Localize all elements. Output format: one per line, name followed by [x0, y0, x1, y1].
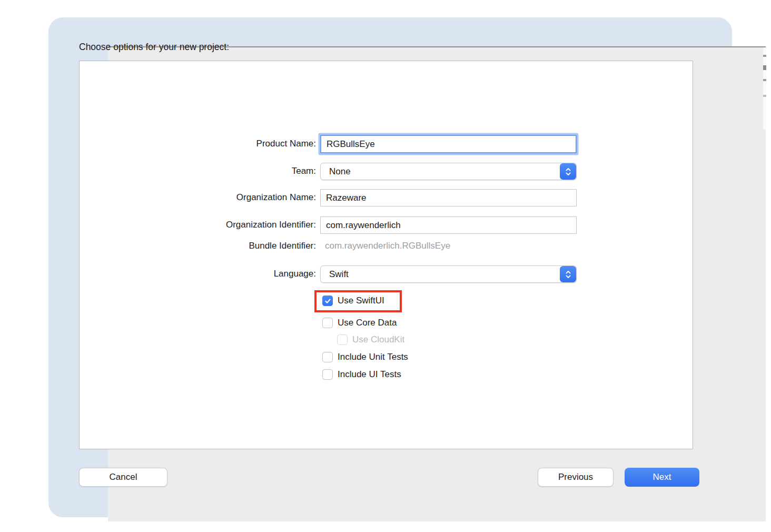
previous-button[interactable]: Previous [538, 468, 614, 487]
organization-identifier-field[interactable] [320, 216, 577, 234]
page: Choose options for your new project: Pro… [0, 0, 771, 532]
bundle-identifier-value: com.raywenderlich.RGBullsEye [325, 240, 450, 252]
sheet-title: Choose options for your new project: [79, 42, 229, 53]
language-popup[interactable]: Swift [320, 265, 577, 283]
chevron-up-down-icon[interactable] [560, 163, 576, 180]
include-unit-tests-row[interactable]: Include Unit Tests [322, 351, 408, 363]
include-ui-tests-checkbox[interactable] [322, 369, 333, 380]
include-ui-tests-row[interactable]: Include UI Tests [322, 369, 401, 380]
use-core-data-label: Use Core Data [338, 318, 397, 328]
include-ui-tests-label: Include UI Tests [338, 369, 401, 380]
team-label: Team: [147, 165, 316, 177]
chevron-up-down-icon[interactable] [560, 266, 576, 282]
team-popup-value: None [329, 166, 351, 177]
scrollbar-thumb [763, 65, 766, 70]
language-label: Language: [147, 268, 316, 280]
scrollbar-ticks [763, 47, 766, 129]
options-panel [79, 61, 693, 449]
scrollbar-tick [763, 79, 766, 81]
language-popup-value: Swift [329, 269, 349, 280]
product-name-field[interactable] [320, 135, 577, 153]
organization-identifier-label: Organization Identifier: [147, 219, 316, 231]
use-core-data-checkbox[interactable] [322, 318, 333, 328]
use-swiftui-checkbox[interactable] [322, 295, 333, 306]
use-cloudkit-row: Use CloudKit [337, 334, 404, 346]
include-unit-tests-label: Include Unit Tests [338, 352, 408, 362]
cancel-button[interactable]: Cancel [79, 468, 167, 487]
use-core-data-row[interactable]: Use Core Data [322, 317, 397, 329]
include-unit-tests-checkbox[interactable] [322, 352, 333, 362]
checkmark-icon [324, 298, 331, 304]
organization-name-field[interactable] [320, 189, 577, 206]
use-cloudkit-checkbox [337, 334, 348, 345]
use-swiftui-row[interactable]: Use SwiftUI [322, 295, 384, 307]
scrollbar-tick [763, 55, 766, 57]
use-cloudkit-label: Use CloudKit [352, 334, 404, 345]
use-swiftui-label: Use SwiftUI [338, 295, 384, 306]
bundle-identifier-label: Bundle Identifier: [147, 240, 316, 252]
organization-name-label: Organization Name: [147, 192, 316, 203]
product-name-label: Product Name: [147, 138, 316, 150]
team-popup[interactable]: None [320, 163, 577, 180]
scrollbar-tick [763, 95, 766, 97]
next-button[interactable]: Next [625, 468, 699, 487]
